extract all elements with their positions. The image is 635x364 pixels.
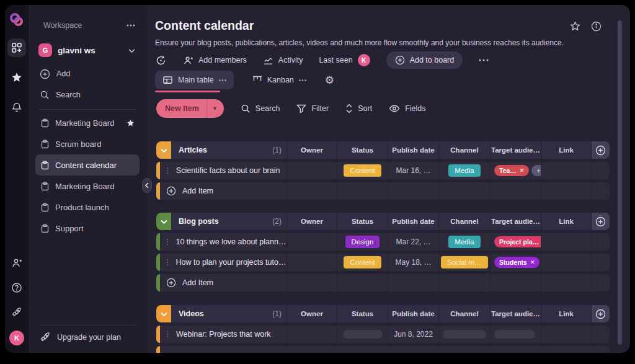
item-name[interactable]: Scientific facts about our brain [176,166,280,175]
target-audience-cell[interactable]: Project pla…✕ [490,233,541,251]
fields-button[interactable]: Fields [389,104,425,113]
column-header-publish-date[interactable]: Publish date [388,213,438,230]
sidebar-item-marketing-board[interactable]: Marketing Board [35,112,140,133]
link-cell[interactable] [541,326,591,343]
column-header-owner[interactable]: Owner [286,213,337,230]
column-header-link[interactable]: Link [541,141,591,159]
row-drag-handle-icon[interactable]: ⋮ [160,237,175,246]
group-title[interactable]: Blog posts [179,217,219,226]
channel-badge[interactable]: Media [448,164,480,177]
add-column-button[interactable] [591,141,610,159]
remove-tag-icon[interactable]: ✕ [530,259,535,265]
tab-more-icon[interactable] [299,79,306,81]
status-cell[interactable]: Content [337,254,388,271]
upgrade-rocket-icon[interactable] [7,303,26,322]
row-drag-handle-icon[interactable]: ⋮ [160,330,176,339]
column-header-target-audience[interactable]: Target audie… [490,305,541,322]
last-seen[interactable]: Last seen K [319,54,370,66]
plaky-logo-icon[interactable] [9,12,24,27]
column-header-publish-date[interactable]: Publish date [388,305,438,322]
add-item-row[interactable]: Add Item [156,182,610,200]
workspace-more-icon[interactable] [127,24,135,27]
starred-icon[interactable] [127,119,135,127]
row-drag-handle-icon[interactable]: ⋮ [160,166,176,175]
audience-tag[interactable]: Tea…✕ [494,165,529,176]
group-title[interactable]: Videos [179,309,204,318]
link-cell[interactable] [541,233,591,251]
table-row[interactable]: ⋮Webinar: Projects that work Jun 8, 2022 [156,326,610,343]
target-audience-cell[interactable]: Students✕ [490,254,541,271]
owner-cell[interactable] [286,162,337,179]
column-header-status[interactable]: Status [337,305,388,322]
channel-badge[interactable]: Media [448,236,480,248]
activity-button[interactable]: Activity [263,55,303,66]
group-collapse-button[interactable] [156,213,171,230]
add-item-row[interactable] [156,346,610,353]
notifications-bell-icon[interactable] [7,98,26,117]
column-header-owner[interactable]: Owner [286,141,337,159]
toolbar-more-icon[interactable] [479,59,489,61]
channel-badge[interactable]: Social media [441,256,488,269]
add-item-row[interactable]: Add Item [156,274,610,291]
row-drag-handle-icon[interactable]: ⋮ [160,258,176,267]
link-cell[interactable] [541,162,591,179]
channel-cell[interactable]: Media [438,233,490,251]
sidebar-item-marketing-board-2[interactable]: Marketing Board [35,175,140,197]
invite-person-add-icon[interactable] [7,254,26,272]
vertical-scrollbar[interactable] [618,20,622,345]
sidebar-item-content-calendar[interactable]: Content calendar [35,154,140,175]
status-cell[interactable] [337,326,388,343]
sidebar-add-button[interactable]: Add [38,66,135,82]
add-column-button[interactable] [591,305,610,322]
boards-icon[interactable] [7,38,26,57]
owner-cell[interactable] [286,233,337,251]
column-header-link[interactable]: Link [541,305,591,322]
status-badge[interactable]: Content [344,164,381,177]
publish-date-cell[interactable]: Jun 8, 2022 [388,326,438,343]
sidebar-item-scrum-board[interactable]: Scrum board [35,133,140,154]
sidebar-item-support[interactable]: Support [35,218,140,239]
help-icon[interactable] [7,278,26,297]
view-settings-gear-icon[interactable]: ⚙ [325,74,334,87]
tab-main-table[interactable]: Main table [155,71,234,89]
last-seen-avatar[interactable]: K [358,54,370,66]
channel-cell[interactable]: Media [438,162,490,179]
column-header-owner[interactable]: Owner [286,305,337,322]
link-cell[interactable] [541,254,591,271]
remove-tag-icon[interactable]: ✕ [520,167,525,174]
channel-cell[interactable] [438,326,490,343]
search-button[interactable]: Search [241,104,280,113]
owner-cell[interactable] [286,326,337,343]
sidebar-item-product-launch[interactable]: Product launch [35,197,140,218]
status-cell[interactable]: Design [337,233,388,251]
status-cell[interactable]: Content [337,162,388,179]
column-header-status[interactable]: Status [337,141,388,159]
channel-cell[interactable]: Social media [438,254,490,271]
publish-date-cell[interactable]: May 18, … [388,254,438,271]
target-audience-cell[interactable] [490,326,541,343]
add-to-board-button[interactable]: Add to board [386,51,463,69]
publish-date-cell[interactable]: Mar 22, … [388,233,438,251]
new-item-dropdown-caret[interactable]: ▼ [207,105,224,112]
favorite-board-star-icon[interactable] [570,21,580,32]
sidebar-collapse-button[interactable] [142,178,152,193]
tab-more-icon[interactable] [219,79,226,81]
status-badge[interactable]: Design [345,236,380,248]
target-audience-cell[interactable]: Tea…✕ +1 [490,162,541,179]
item-name[interactable]: 10 things we love about planning [175,237,286,246]
table-row[interactable]: ⋮Scientific facts about our brain Conten… [156,162,610,179]
tab-kanban[interactable]: Kanban [245,71,314,89]
table-row[interactable]: ⋮10 things we love about planning Design… [156,233,610,251]
new-item-button[interactable]: New Item ▼ [156,99,224,118]
favorites-star-icon[interactable] [7,68,26,87]
column-header-target-audience[interactable]: Target audie… [490,213,541,230]
audience-tag[interactable]: Project pla…✕ [494,236,541,247]
audience-overflow-count[interactable]: +1 [531,165,541,176]
add-members-button[interactable]: Add members [183,55,247,66]
column-header-target-audience[interactable]: Target audie… [490,141,541,159]
info-icon[interactable] [591,21,602,32]
column-header-channel[interactable]: Channel [438,141,490,159]
owner-cell[interactable] [286,254,337,271]
workspace-switcher[interactable]: G glavni ws [38,40,135,61]
column-header-channel[interactable]: Channel [438,305,490,322]
